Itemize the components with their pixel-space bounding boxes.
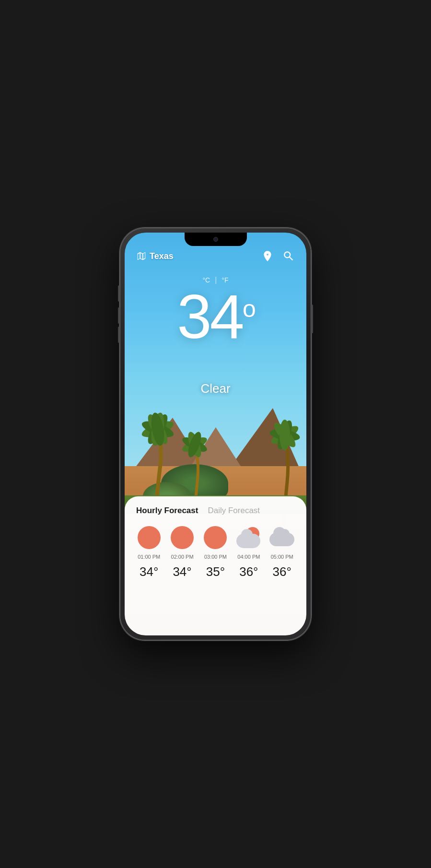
weather-icon-4: [269, 525, 294, 550]
location-title: Texas: [150, 251, 174, 261]
tab-daily[interactable]: Daily Forecast: [208, 506, 260, 516]
sun-icon: [138, 526, 161, 549]
hourly-temp-value: 36°: [273, 564, 291, 579]
sun-icon: [171, 526, 194, 549]
header-actions: [261, 250, 295, 262]
hour-time-label: 02:00 PM: [171, 554, 194, 560]
phone-frame: Texas °C | °F 34o Clear: [120, 228, 311, 640]
hourly-temp-value: 36°: [239, 564, 258, 579]
hourly-temp-item: 34°: [168, 564, 196, 579]
temperature-value: 34o: [177, 285, 254, 348]
sun-icon: [204, 526, 227, 549]
forecast-tabs: Hourly Forecast Daily Forecast: [132, 506, 299, 516]
svg-point-10: [280, 420, 290, 450]
phone-screen: Texas °C | °F 34o Clear: [125, 233, 306, 635]
weather-icon-3: [236, 525, 261, 550]
weather-condition-label: Clear: [200, 381, 230, 396]
hourly-temp-item: 35°: [201, 564, 229, 579]
hourly-item: 03:00 PM: [201, 525, 229, 560]
hourly-item: 02:00 PM: [168, 525, 196, 560]
cloud-icon: [269, 529, 294, 546]
hourly-temps-list: 34°34°35°36°36°: [132, 564, 299, 579]
hourly-forecast-list: 01:00 PM02:00 PM03:00 PM04:00 PM05:00 PM: [132, 525, 299, 560]
hourly-temp-item: 36°: [235, 564, 263, 579]
tab-hourly[interactable]: Hourly Forecast: [136, 506, 198, 516]
hourly-temp-value: 34°: [173, 564, 191, 579]
map-icon: [136, 251, 147, 261]
search-icon[interactable]: [282, 250, 295, 262]
hour-time-label: 01:00 PM: [138, 554, 160, 560]
hourly-item: 04:00 PM: [235, 525, 263, 560]
main-temperature-display: 34o: [177, 285, 254, 348]
hourly-temp-item: 36°: [268, 564, 296, 579]
hourly-temp-value: 35°: [206, 564, 225, 579]
notch: [185, 233, 247, 246]
svg-point-15: [267, 254, 268, 256]
hourly-temp-value: 34°: [140, 564, 158, 579]
partly-cloudy-icon: [236, 527, 261, 548]
hour-time-label: 05:00 PM: [271, 554, 293, 560]
hourly-temp-item: 34°: [135, 564, 163, 579]
hour-time-label: 03:00 PM: [204, 554, 227, 560]
forecast-panel: Hourly Forecast Daily Forecast 01:00 PM0…: [125, 496, 306, 635]
header-left[interactable]: Texas: [136, 251, 174, 261]
location-pin-icon[interactable]: [261, 250, 274, 262]
weather-icon-1: [170, 525, 195, 550]
hour-time-label: 04:00 PM: [237, 554, 260, 560]
hourly-item: 05:00 PM: [268, 525, 296, 560]
notch-camera: [213, 237, 218, 242]
hourly-item: 01:00 PM: [135, 525, 163, 560]
weather-icon-0: [137, 525, 162, 550]
weather-icon-2: [203, 525, 228, 550]
